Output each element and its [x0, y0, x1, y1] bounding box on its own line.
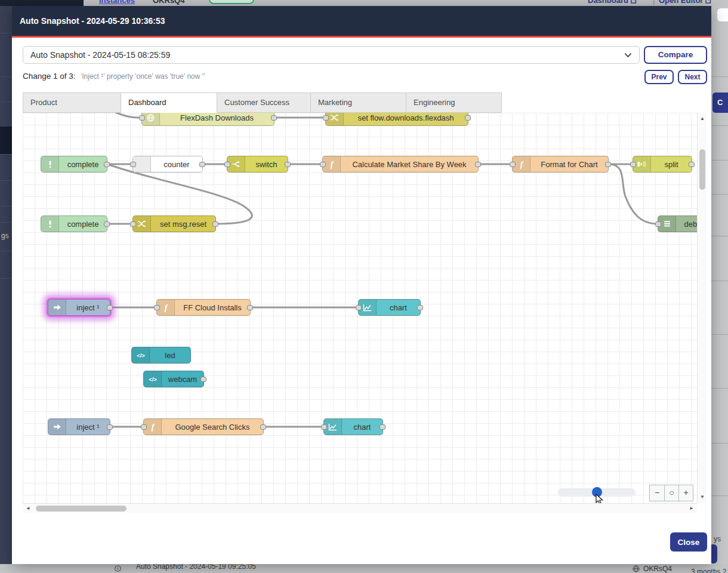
next-change-button[interactable]: Next: [678, 70, 707, 84]
node-inject-1[interactable]: inject ¹: [48, 299, 110, 316]
prev-change-button[interactable]: Prev: [644, 70, 674, 84]
node-split[interactable]: split: [633, 156, 692, 172]
input-port[interactable]: [130, 221, 136, 227]
input-port[interactable]: [630, 162, 636, 167]
node-inject-2[interactable]: inject ¹: [48, 418, 110, 435]
dashboard-link[interactable]: Dashboard: [588, 0, 637, 5]
input-port[interactable]: [356, 305, 362, 310]
node-led[interactable]: </>led: [131, 347, 191, 363]
close-button[interactable]: Close: [670, 532, 707, 552]
output-port[interactable]: [417, 305, 423, 310]
node-webcam[interactable]: </>webcam: [143, 371, 204, 387]
input-port[interactable]: [321, 424, 327, 430]
tab-marketing[interactable]: Marketing: [311, 93, 406, 113]
scroll-left-arrow-icon[interactable]: ◄: [26, 506, 30, 511]
node-debug[interactable]: debug: [658, 215, 697, 232]
node-label: counter: [151, 156, 202, 172]
output-port[interactable]: [380, 424, 385, 430]
horizontal-scrollbar[interactable]: ◄ ►: [23, 503, 697, 513]
zoom-buttons: − ○ +: [649, 485, 693, 501]
output-port[interactable]: [689, 162, 695, 167]
node-chart-1[interactable]: chart: [358, 299, 421, 316]
output-port[interactable]: [271, 115, 277, 121]
zoom-in-button[interactable]: +: [678, 485, 693, 501]
output-port[interactable]: [475, 162, 481, 167]
output-port[interactable]: [285, 162, 291, 167]
input-port[interactable]: [320, 162, 326, 167]
top-left-dark-block: [0, 0, 84, 6]
node-label: led: [150, 347, 190, 363]
flow-canvas[interactable]: FlexDash Downloadsset flow.downloads.fle…: [23, 113, 697, 503]
node-counter[interactable]: counter: [132, 156, 203, 172]
inject-arrow-icon: [48, 300, 66, 315]
output-port[interactable]: [107, 424, 113, 430]
external-link-icon: [631, 0, 637, 4]
node-label: debug: [676, 216, 697, 232]
node-label: inject ¹: [66, 300, 110, 315]
background-footer: Auto Snapshot - 2024-05-19 09:25:05 OKRs…: [0, 564, 728, 573]
node-set-flow-downloads-flexdash[interactable]: set flow.downloads.flexdash: [325, 113, 468, 126]
output-port[interactable]: [200, 377, 206, 382]
zoom-reset-button[interactable]: ○: [664, 485, 678, 501]
input-port[interactable]: [130, 162, 136, 167]
tab-engineering[interactable]: Engineering: [406, 93, 502, 113]
node-label: chart: [377, 300, 420, 315]
input-port[interactable]: [224, 162, 230, 167]
dialog-header: Auto Snapshot - 2024-05-29 10:36:53: [12, 6, 711, 36]
breadcrumb-instances-link[interactable]: Instances: [99, 0, 135, 5]
globe-icon: [633, 565, 640, 572]
input-port[interactable]: [510, 162, 516, 167]
input-port[interactable]: [655, 221, 661, 227]
input-port[interactable]: [154, 305, 160, 310]
node-flexdash-downloads[interactable]: FlexDash Downloads: [141, 113, 274, 126]
scroll-up-arrow-icon[interactable]: ▲: [700, 116, 705, 121]
output-port[interactable]: [104, 221, 110, 227]
output-port[interactable]: [104, 162, 110, 167]
node-google-search-clicks[interactable]: fGoogle Search Clicks: [143, 418, 264, 435]
input-port[interactable]: [139, 115, 145, 121]
node-complete-2[interactable]: complete: [41, 215, 107, 232]
vertical-scrollbar[interactable]: ▲ ▼: [697, 113, 707, 503]
node-complete-1[interactable]: complete: [41, 156, 107, 172]
vertical-scroll-thumb[interactable]: [699, 149, 705, 190]
compare-button[interactable]: Compare: [644, 46, 707, 64]
output-port[interactable]: [107, 305, 113, 310]
tab-customer-success[interactable]: Customer Success: [217, 93, 311, 113]
node-chart-2[interactable]: chart: [323, 418, 383, 435]
node-calculate-market-share[interactable]: fCalculate Market Share By Week: [322, 156, 479, 172]
zoom-out-button[interactable]: −: [650, 485, 664, 501]
node-set-msg-reset[interactable]: set msg.reset: [132, 215, 216, 232]
change-counter-label: Change 1 of 3:: [23, 72, 76, 81]
open-editor-link[interactable]: Open Editor: [659, 0, 712, 5]
scroll-down-arrow-icon[interactable]: ▼: [700, 495, 705, 500]
svg-text:f: f: [520, 160, 523, 169]
node-format-for-chart[interactable]: fFormat for Chart: [512, 156, 609, 172]
output-port[interactable]: [465, 115, 471, 121]
output-port[interactable]: [605, 162, 611, 167]
horizontal-scroll-thumb[interactable]: [36, 506, 127, 512]
scroll-right-arrow-icon[interactable]: ►: [689, 506, 694, 511]
node-switch[interactable]: switch: [227, 156, 288, 172]
node-label: inject ¹: [66, 419, 110, 435]
node-label: set flow.downloads.flexdash: [344, 113, 468, 125]
output-port[interactable]: [260, 424, 266, 430]
external-link-icon: [705, 0, 712, 4]
sidebar-active-item[interactable]: [0, 127, 12, 154]
breadcrumb-project-name: OKRsQ4: [153, 0, 184, 5]
input-port[interactable]: [323, 115, 329, 121]
snapshot-select[interactable]: Auto Snapshot - 2024-05-15 08:25:59: [23, 46, 640, 64]
output-port[interactable]: [247, 305, 253, 310]
output-port[interactable]: [212, 221, 218, 227]
tab-product[interactable]: Product: [23, 93, 121, 113]
background-panel-button[interactable]: C: [712, 93, 728, 113]
input-port[interactable]: [141, 424, 147, 430]
inject-arrow-icon: [48, 419, 66, 435]
background-age-text: 3 months 2 weeks 4 da: [691, 568, 728, 573]
node-ff-cloud-installs[interactable]: fFF Cloud Installs: [156, 299, 251, 316]
change-summary: Change 1 of 3: 'inject ¹' property 'once…: [23, 72, 205, 81]
background-project-name: OKRsQ4: [643, 565, 672, 573]
tab-dashboard[interactable]: Dashboard: [121, 93, 217, 113]
node-label: Google Search Clicks: [162, 419, 263, 435]
output-port[interactable]: [199, 162, 205, 167]
code-icon: </>: [144, 371, 162, 387]
